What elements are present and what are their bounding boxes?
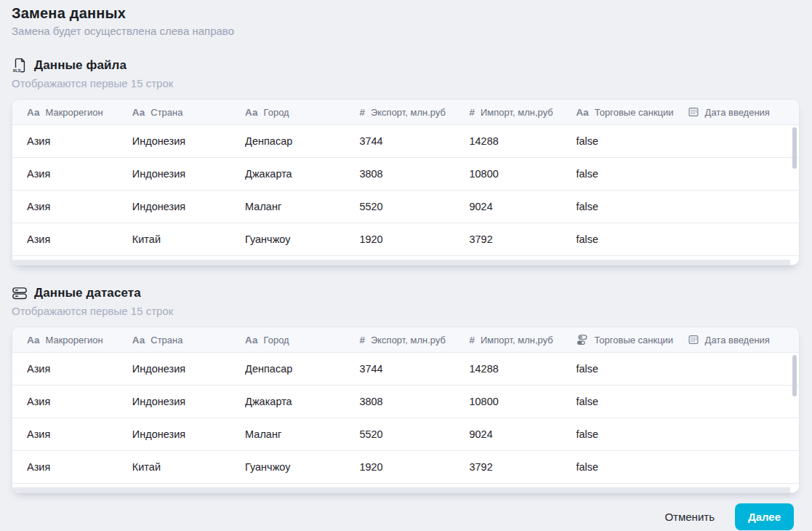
table-cell: 9024 — [469, 201, 576, 212]
table-cell: false — [576, 396, 687, 407]
column-label: Дата введения — [705, 335, 770, 346]
table-cell: Джакарта — [245, 396, 359, 407]
file-data-section: XLS Данные файла Отображаются первые 15 … — [12, 57, 800, 266]
number-type-icon: # — [359, 335, 365, 346]
date-type-icon — [688, 334, 699, 346]
table-cell: false — [576, 168, 687, 180]
text-type-icon: Аа — [245, 335, 257, 346]
number-type-icon: # — [469, 107, 475, 118]
column-header: Дата введения — [688, 106, 784, 118]
vertical-scrollbar[interactable] — [792, 127, 797, 169]
dataset-icon — [12, 285, 28, 301]
boolean-type-icon — [576, 334, 588, 346]
column-label: Импорт, млн,руб — [481, 107, 553, 118]
table-cell: false — [576, 363, 687, 375]
cancel-button[interactable]: Отменить — [663, 505, 716, 529]
table-cell: false — [576, 135, 687, 147]
table-row: АзияИндонезияДжакарта380810800false — [12, 158, 799, 191]
table-cell: Азия — [27, 461, 132, 473]
table-cell: false — [576, 428, 687, 440]
table-cell: 9024 — [469, 428, 576, 440]
table-cell: false — [576, 233, 687, 245]
column-label: Торговые санкции — [595, 107, 674, 118]
table-cell: Азия — [27, 428, 132, 440]
page-subtitle: Замена будет осуществлена слева направо — [12, 25, 800, 38]
table-cell: false — [576, 201, 687, 212]
svg-text:XLS: XLS — [12, 68, 20, 73]
column-label: Торговые санкции — [594, 335, 673, 346]
xls-file-icon: XLS — [12, 57, 28, 73]
horizontal-scrollbar[interactable] — [12, 487, 799, 492]
file-data-section-head: XLS Данные файла — [12, 57, 800, 74]
table-row: АзияИндонезияДжакарта380810800false — [12, 386, 799, 418]
table-cell: 10800 — [469, 168, 576, 180]
column-header: #Импорт, млн,руб — [469, 107, 576, 118]
column-header: #Экспорт, млн.руб — [359, 107, 469, 118]
column-header: #Экспорт, млн.руб — [359, 335, 469, 346]
text-type-icon: Аа — [576, 107, 588, 118]
table-cell: 3792 — [469, 461, 576, 473]
section-note: Отображаются первые 15 строк — [12, 305, 800, 318]
column-label: Страна — [150, 107, 182, 118]
text-type-icon: Аа — [245, 107, 257, 118]
column-label: Страна — [150, 335, 182, 346]
table-cell: 10800 — [469, 396, 576, 407]
column-label: Импорт, млн,руб — [481, 335, 553, 346]
table-body: АзияИндонезияДенпасар374414288falseАзияИ… — [12, 353, 799, 492]
table-row: АзияИндонезияМаланг55209024false — [12, 191, 799, 223]
table-header-row: АаМакрорегионАаСтранаАаГород#Экспорт, мл… — [12, 327, 799, 353]
number-type-icon: # — [359, 107, 365, 118]
next-button[interactable]: Далее — [735, 503, 794, 530]
text-type-icon: Аа — [27, 335, 39, 346]
table-row: АзияКитайГуанчжоу19203792false — [12, 451, 799, 484]
table-cell: 14288 — [469, 363, 576, 375]
table-cell: 3744 — [359, 135, 469, 147]
table-row: АзияИндонезияДенпасар374414288false — [12, 353, 799, 386]
column-label: Город — [264, 107, 289, 118]
dataset-data-section: Данные датасета Отображаются первые 15 с… — [12, 284, 800, 493]
scrollbar-corner — [790, 260, 799, 265]
table-cell: 3808 — [359, 168, 469, 180]
table-cell: Денпасар — [245, 363, 359, 375]
table-cell: 3744 — [359, 363, 469, 375]
section-title: Данные датасета — [34, 286, 141, 300]
table-cell: Азия — [27, 135, 132, 147]
table-cell: Азия — [27, 233, 132, 245]
table-row: АзияИндонезияДенпасар374414288false — [12, 125, 799, 158]
text-type-icon: Аа — [27, 107, 39, 118]
vertical-scrollbar[interactable] — [792, 355, 797, 396]
table-cell: Индонезия — [132, 363, 245, 375]
replace-data-page: Замена данных Замена будет осуществлена … — [0, 0, 812, 531]
column-header: АаМакрорегион — [27, 335, 132, 346]
file-data-table: АаМакрорегионАаСтранаАаГород#Экспорт, мл… — [12, 99, 800, 266]
column-header: Торговые санкции — [576, 334, 687, 346]
page-title: Замена данных — [12, 4, 800, 22]
table-cell: Азия — [27, 396, 132, 407]
table-cell: Индонезия — [132, 428, 245, 440]
text-type-icon: Аа — [132, 335, 145, 346]
number-type-icon: # — [469, 335, 475, 346]
column-label: Макрорегион — [45, 335, 102, 346]
column-label: Город — [264, 335, 289, 346]
table-cell: 5520 — [359, 201, 469, 212]
table-row: АзияКитайГуанчжоу19203792false — [12, 223, 799, 256]
table-cell: Гуанчжоу — [245, 233, 359, 245]
column-label: Дата введения — [705, 107, 770, 118]
column-label: Макрорегион — [45, 107, 102, 118]
table-cell: Индонезия — [132, 168, 245, 180]
column-header: АаСтрана — [132, 335, 245, 346]
text-type-icon: Аа — [132, 107, 145, 118]
table-cell: 1920 — [359, 233, 469, 245]
column-header: АаГород — [245, 335, 359, 346]
footer-actions: Отменить Далее — [12, 503, 800, 530]
table-cell: Азия — [27, 201, 132, 212]
column-label: Экспорт, млн.руб — [371, 107, 446, 118]
table-cell: Азия — [27, 363, 132, 375]
table-cell: Индонезия — [132, 135, 245, 147]
table-cell: Китай — [132, 461, 245, 473]
table-cell: Китай — [132, 233, 245, 245]
table-cell: 14288 — [469, 135, 576, 147]
horizontal-scrollbar[interactable] — [12, 260, 799, 265]
table-body: АзияИндонезияДенпасар374414288falseАзияИ… — [12, 125, 799, 265]
table-cell: 1920 — [359, 461, 469, 473]
